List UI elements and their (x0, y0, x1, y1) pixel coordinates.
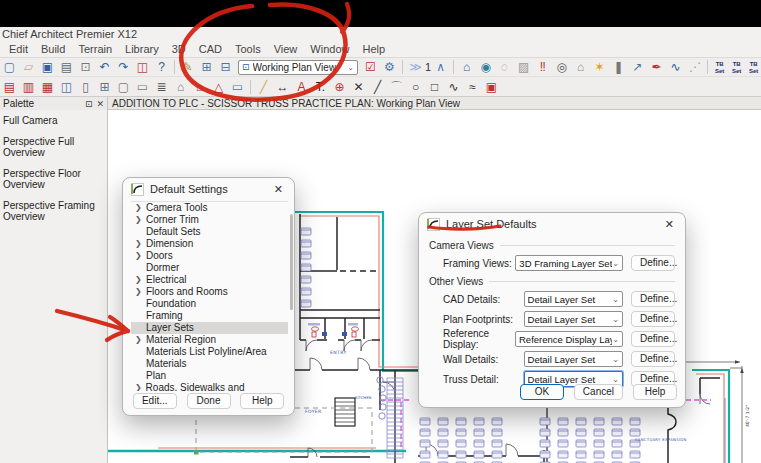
dock-icon[interactable]: ⊡ (85, 99, 93, 109)
line-tool-icon[interactable]: ╱ (368, 78, 387, 96)
edit-button[interactable]: Edit... (133, 393, 177, 409)
camera-view-icon[interactable]: ◉ (476, 58, 495, 76)
text-tool-icon[interactable]: A (292, 78, 311, 96)
record-walkthrough-icon[interactable]: ◎ (552, 58, 571, 76)
framing-views-dropdown[interactable]: 3D Framing Layer Set⌄ (515, 255, 623, 271)
open-folder-icon[interactable]: ▱ (19, 58, 38, 76)
tb-set-button-2[interactable]: TBSet (728, 59, 745, 75)
cabinet-tool-icon[interactable]: ▢ (114, 78, 133, 96)
expand-chevron-icon[interactable]: ≫ (406, 58, 425, 76)
wall-tool-icon[interactable]: ▤ (0, 78, 19, 96)
box-tool-icon[interactable]: □ (425, 78, 444, 96)
cad-details-dropdown[interactable]: Detail Layer Set⌄ (524, 291, 623, 307)
tree-item-doors[interactable]: ❯Doors (131, 250, 288, 262)
help-button[interactable]: Help (633, 384, 677, 400)
tape-measure-icon[interactable]: ╱ (254, 78, 273, 96)
layout-page-icon[interactable]: ◫ (133, 58, 152, 76)
auto-roof-tool-icon[interactable]: △ (209, 78, 228, 96)
print-preview-icon[interactable]: ⊡ (76, 58, 95, 76)
menu-item-tools[interactable]: Tools (235, 42, 261, 57)
palette-item-full-camera[interactable]: Full Camera (0, 110, 107, 131)
palette-item-perspective-framing-overview[interactable]: Perspective Framing Overview (0, 195, 107, 227)
menu-item-3d[interactable]: 3D (172, 42, 186, 57)
ceiling-tool-icon[interactable]: ▭ (228, 78, 247, 96)
tree-item-foundation[interactable]: Foundation (131, 298, 288, 310)
tree-item-dimension[interactable]: ❯Dimension (131, 238, 288, 250)
cad-detail-icon[interactable]: ▣ (482, 78, 501, 96)
cad-details-define-button[interactable]: Define... (631, 291, 675, 307)
garage-tool-icon[interactable]: ⌂ (171, 78, 190, 96)
new-plan-view-icon[interactable]: ⊞ (197, 58, 216, 76)
reference-display-define-button[interactable]: Define... (631, 331, 675, 347)
tree-item-framing[interactable]: Framing (131, 310, 288, 322)
tree-item-materials[interactable]: Materials (131, 358, 288, 370)
marker-tool-icon[interactable]: ✕ (349, 78, 368, 96)
tb-set-button-3[interactable]: TBSet (745, 59, 761, 75)
railing-tool-icon[interactable]: ▥ (19, 78, 38, 96)
door-tool-icon[interactable]: ▯ (76, 78, 95, 96)
tree-item-default-sets[interactable]: Default Sets (131, 226, 288, 238)
display-options-checkbox-icon[interactable]: ☑ (361, 58, 380, 76)
plan-footprints-dropdown[interactable]: Detail Layer Set⌄ (524, 311, 623, 327)
render-view-icon[interactable]: ▨ (514, 58, 533, 76)
arc-tool-icon[interactable]: ⌒ (387, 78, 406, 96)
done-button[interactable]: Done (187, 393, 231, 409)
dimension-tool-icon[interactable]: ↔ (273, 78, 292, 96)
dollhouse-view-icon[interactable]: ⌂ (571, 58, 590, 76)
full-camera-icon[interactable]: ⌂ (457, 58, 476, 76)
wall-details-dropdown[interactable]: Detail Layer Set⌄ (524, 351, 623, 367)
help-button[interactable]: Help (240, 393, 284, 409)
close-icon[interactable]: ✕ (662, 218, 677, 231)
hatch-icon[interactable]: ⋰ (685, 58, 704, 76)
undo-icon[interactable]: ↶ (95, 58, 114, 76)
up-one-floor-icon[interactable]: ∧ (431, 58, 450, 76)
walkthrough-icon[interactable]: ‼ (533, 58, 552, 76)
window2-tool-icon[interactable]: ⊞ (95, 78, 114, 96)
new-file-icon[interactable]: ▢ (0, 58, 19, 76)
menu-item-view[interactable]: View (274, 42, 298, 57)
cross-section-icon[interactable]: ∿ (666, 58, 685, 76)
plan-view-combo[interactable]: ⊡ Working Plan View ⌄ (238, 60, 358, 75)
mouse-orbit-icon[interactable]: ◌ (495, 58, 514, 76)
plan-tab[interactable]: ADDITION TO PLC - SCISSOR TRUSS PRACTICE… (112, 97, 460, 110)
tree-item-dormer[interactable]: Dormer (131, 262, 288, 274)
tree-scrollbar[interactable] (290, 214, 293, 310)
sunlight-icon[interactable]: ✶ (590, 58, 609, 76)
reference-display-dropdown[interactable]: Reference Display Layer Set⌄ (515, 331, 623, 347)
callout-tool-icon[interactable]: ⊕ (330, 78, 349, 96)
spline-tool-icon[interactable]: ≈ (463, 78, 482, 96)
rich-text-tool-icon[interactable]: T. (311, 78, 330, 96)
save-icon[interactable]: ▣ (38, 58, 57, 76)
polyline-tool-icon[interactable]: ∿ (444, 78, 463, 96)
menu-item-library[interactable]: Library (125, 42, 159, 57)
framing-views-define-button[interactable]: Define... (631, 255, 675, 271)
menu-item-build[interactable]: Build (41, 42, 65, 57)
window-tool-icon[interactable]: ◫ (57, 78, 76, 96)
eyedropper-icon[interactable]: ✒ (647, 58, 666, 76)
palette-item-perspective-full-overview[interactable]: Perspective Full Overview (0, 131, 107, 163)
shelf-tool-icon[interactable]: ▭ (133, 78, 152, 96)
settings-wrench-icon[interactable]: ⚙ (380, 58, 399, 76)
tree-item-electrical[interactable]: ❯Electrical (131, 274, 288, 286)
tree-item-camera-tools[interactable]: ❯Camera Tools (131, 202, 288, 214)
menu-item-terrain[interactable]: Terrain (78, 42, 112, 57)
save-plan-view-icon[interactable]: ⊟ (216, 58, 235, 76)
cancel-button[interactable]: Cancel (574, 384, 623, 400)
tree-item-roads-sidewalks-and-driveways[interactable]: ❯Roads, Sidewalks and Driveways (131, 382, 288, 391)
close-icon[interactable]: ✕ (96, 99, 104, 109)
stairs-tool-icon[interactable]: ≣ (152, 78, 171, 96)
menu-item-window[interactable]: Window (310, 42, 349, 57)
roof-tool-icon[interactable]: ⌂ (190, 78, 209, 96)
ok-button[interactable]: OK (520, 384, 564, 400)
tree-item-material-region[interactable]: ❯Material Region (131, 334, 288, 346)
close-icon[interactable]: ✕ (271, 183, 286, 196)
fence-tool-icon[interactable]: ▦ (38, 78, 57, 96)
menu-item-help[interactable]: Help (362, 42, 385, 57)
print-icon[interactable]: ▤ (57, 58, 76, 76)
wall-details-define-button[interactable]: Define... (631, 351, 675, 367)
tree-item-materials-list-polyline-area[interactable]: Materials List Polyline/Area (131, 346, 288, 358)
tree-item-floors-and-rooms[interactable]: ❯Floors and Rooms (131, 286, 288, 298)
edit-view-icon[interactable]: ✎ (178, 58, 197, 76)
adjust-arrow-icon[interactable]: ↗ (628, 58, 647, 76)
palette-item-perspective-floor-overview[interactable]: Perspective Floor Overview (0, 163, 107, 195)
